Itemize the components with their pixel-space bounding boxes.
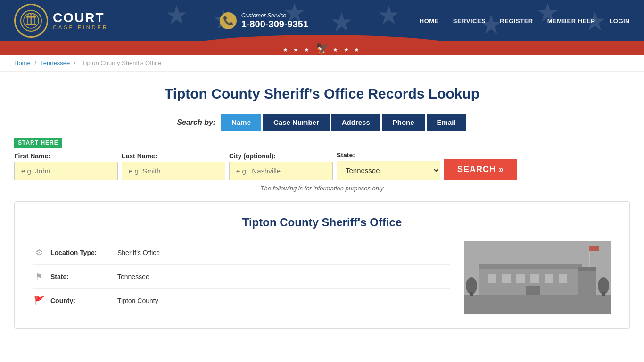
logo: ★ ★ ★ COURT CASE FINDER bbox=[14, 4, 108, 38]
details-title: Tipton County Sheriff's Office bbox=[33, 216, 611, 229]
nav-services[interactable]: SERVICES bbox=[453, 17, 486, 25]
info-note: The following is for information purpose… bbox=[14, 185, 630, 192]
last-name-label: Last Name: bbox=[122, 152, 225, 160]
tab-email[interactable]: Email bbox=[427, 114, 466, 131]
logo-emblem: ★ ★ ★ bbox=[14, 4, 48, 38]
state-detail-label: State: bbox=[50, 273, 112, 280]
svg-point-26 bbox=[598, 277, 609, 294]
svg-rect-11 bbox=[479, 264, 582, 269]
search-by-label: Search by: bbox=[177, 118, 215, 127]
breadcrumb-home[interactable]: Home bbox=[14, 59, 31, 66]
logo-text: COURT CASE FINDER bbox=[53, 11, 108, 30]
city-group: City (optional): bbox=[229, 152, 333, 180]
eagle-stars-left: ★ ★ ★ bbox=[283, 47, 311, 53]
tab-phone[interactable]: Phone bbox=[382, 114, 425, 131]
svg-rect-2 bbox=[27, 17, 28, 24]
logo-court: COURT bbox=[53, 11, 108, 25]
last-name-group: Last Name: bbox=[122, 152, 225, 180]
city-label: City (optional): bbox=[229, 152, 333, 160]
nav-member-help[interactable]: MEMBER HELP bbox=[547, 17, 595, 25]
svg-point-24 bbox=[466, 277, 477, 294]
city-input[interactable] bbox=[229, 162, 333, 180]
svg-rect-27 bbox=[602, 292, 605, 296]
first-name-label: First Name: bbox=[14, 152, 118, 160]
first-name-input[interactable] bbox=[14, 162, 118, 180]
breadcrumb-state[interactable]: Tennessee bbox=[40, 59, 70, 66]
search-by-row: Search by: Name Case Number Address Phon… bbox=[14, 114, 630, 131]
phone-icon: 📞 bbox=[220, 12, 237, 29]
tab-address[interactable]: Address bbox=[331, 114, 380, 131]
svg-rect-13 bbox=[502, 274, 511, 283]
svg-rect-21 bbox=[578, 267, 596, 271]
logo-sub: CASE FINDER bbox=[53, 25, 108, 30]
svg-rect-25 bbox=[470, 292, 473, 296]
svg-text:★ ★ ★: ★ ★ ★ bbox=[27, 13, 35, 16]
state-detail-value: Tennessee bbox=[117, 273, 149, 280]
svg-rect-5 bbox=[26, 16, 36, 18]
state-icon: ⚑ bbox=[33, 272, 45, 282]
svg-rect-3 bbox=[31, 17, 32, 24]
state-select[interactable]: Tennessee Alabama Alaska Arizona Arkansa… bbox=[337, 161, 440, 180]
details-row-county: 🚩 County: Tipton County bbox=[33, 289, 450, 313]
svg-rect-19 bbox=[464, 295, 611, 314]
state-group: State: Tennessee Alabama Alaska Arizona … bbox=[337, 151, 440, 180]
search-form: First Name: Last Name: City (optional): … bbox=[14, 151, 630, 180]
eagle-stars-right: ★ ★ ★ bbox=[333, 47, 361, 53]
svg-rect-14 bbox=[516, 274, 525, 283]
svg-rect-17 bbox=[559, 274, 567, 283]
svg-rect-20 bbox=[578, 269, 596, 295]
nav-login[interactable]: LOGIN bbox=[609, 17, 630, 25]
page-title: Tipton County Sheriff's Office Records L… bbox=[14, 86, 630, 102]
location-type-value: Sheriff's Office bbox=[117, 249, 160, 256]
customer-service: 📞 Customer Service 1-800-309-9351 bbox=[220, 12, 308, 30]
tab-name[interactable]: Name bbox=[221, 114, 261, 131]
breadcrumb-sep-1: / bbox=[34, 59, 36, 66]
main-nav: HOME SERVICES REGISTER MEMBER HELP LOGIN bbox=[420, 17, 630, 25]
svg-rect-23 bbox=[589, 246, 599, 251]
start-here-text: START HERE bbox=[14, 138, 62, 148]
location-type-label: Location Type: bbox=[50, 249, 112, 256]
svg-rect-12 bbox=[488, 274, 496, 283]
details-row-location: ⚙ Location Type: Sheriff's Office bbox=[33, 241, 450, 265]
building-image bbox=[464, 241, 611, 314]
details-row-state: ⚑ State: Tennessee bbox=[33, 265, 450, 289]
details-content: ⚙ Location Type: Sheriff's Office ⚑ Stat… bbox=[33, 241, 611, 314]
last-name-input[interactable] bbox=[122, 162, 225, 180]
county-value: Tipton County bbox=[117, 297, 158, 304]
breadcrumb: Home / Tennessee / Tipton County Sheriff… bbox=[0, 55, 644, 72]
cs-info: Customer Service 1-800-309-9351 bbox=[241, 12, 308, 30]
cs-label: Customer Service bbox=[241, 12, 308, 19]
location-type-icon: ⚙ bbox=[33, 247, 45, 258]
eagle-icon: 🦅 bbox=[316, 42, 329, 54]
cs-phone: 1-800-309-9351 bbox=[241, 19, 308, 30]
county-label: County: bbox=[50, 297, 112, 304]
start-here-badge: START HERE bbox=[14, 138, 630, 151]
svg-rect-6 bbox=[26, 24, 36, 25]
first-name-group: First Name: bbox=[14, 152, 118, 180]
nav-home[interactable]: HOME bbox=[420, 17, 439, 25]
tab-case-number[interactable]: Case Number bbox=[263, 114, 330, 131]
state-label: State: bbox=[337, 151, 440, 159]
svg-rect-4 bbox=[34, 17, 35, 24]
nav-register[interactable]: REGISTER bbox=[500, 17, 533, 25]
search-button[interactable]: SEARCH » bbox=[444, 159, 517, 180]
breadcrumb-sep-2: / bbox=[74, 59, 76, 66]
svg-rect-16 bbox=[545, 274, 553, 283]
details-table: ⚙ Location Type: Sheriff's Office ⚑ Stat… bbox=[33, 241, 450, 314]
breadcrumb-current: Tipton County Sheriff's Office bbox=[82, 59, 161, 66]
county-icon: 🚩 bbox=[33, 296, 45, 306]
svg-rect-15 bbox=[530, 274, 539, 283]
details-panel: Tipton County Sheriff's Office ⚙ Locatio… bbox=[14, 201, 630, 329]
